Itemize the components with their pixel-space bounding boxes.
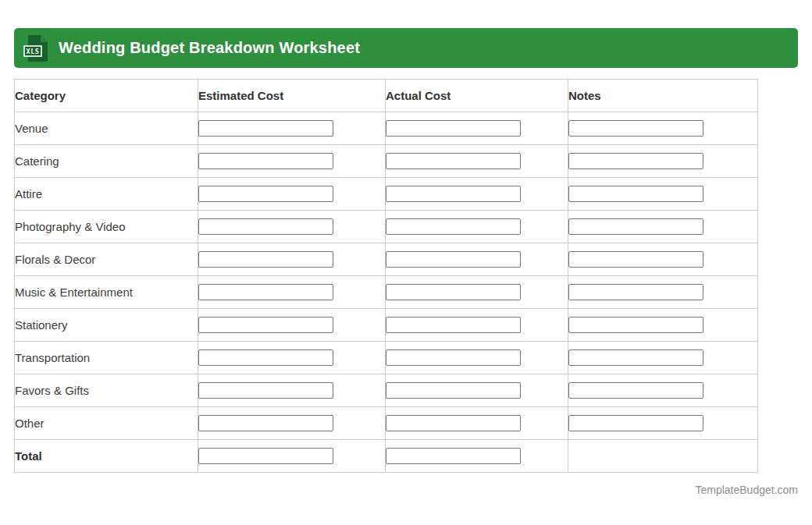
actual-cost-cell	[386, 407, 568, 440]
actual-cost-cell	[386, 178, 568, 211]
column-header-category: Category	[15, 80, 198, 112]
category-label: Attire	[15, 187, 42, 200]
actual-cost-cell	[386, 211, 568, 243]
category-cell: Music & Entertainment	[15, 276, 198, 309]
estimated-cost-cell	[198, 440, 386, 473]
column-header-actual-cost: Actual Cost	[386, 80, 568, 112]
category-cell: Favors & Gifts	[15, 374, 198, 407]
notes-cell	[568, 440, 758, 473]
category-label: Venue	[15, 122, 48, 135]
column-header-notes: Notes	[568, 80, 758, 112]
notes-input[interactable]	[568, 153, 703, 169]
notes-input[interactable]	[568, 415, 703, 431]
estimated-cost-input[interactable]	[198, 448, 333, 464]
budget-table: Category Estimated Cost Actual Cost Note…	[14, 79, 758, 473]
category-label: Favors & Gifts	[15, 384, 89, 397]
category-cell: Catering	[15, 145, 198, 178]
actual-cost-input[interactable]	[386, 153, 521, 169]
notes-cell	[568, 243, 758, 276]
notes-cell	[568, 407, 758, 440]
table-row: Total	[15, 440, 758, 473]
page: XLS Wedding Budget Breakdown Worksheet C…	[0, 0, 812, 496]
category-label: Catering	[15, 154, 59, 168]
actual-cost-input[interactable]	[386, 120, 521, 137]
column-header-estimated-cost: Estimated Cost	[198, 80, 386, 112]
notes-input[interactable]	[568, 120, 703, 137]
table-row: Catering	[15, 145, 758, 178]
header-bar: XLS Wedding Budget Breakdown Worksheet	[14, 28, 798, 68]
estimated-cost-input[interactable]	[198, 120, 333, 137]
category-cell: Venue	[15, 112, 198, 145]
notes-cell	[568, 178, 758, 211]
actual-cost-cell	[386, 440, 568, 473]
category-cell: Total	[15, 440, 198, 473]
footer-credit: TemplateBudget.com	[695, 484, 798, 496]
notes-cell	[568, 145, 758, 178]
estimated-cost-input[interactable]	[198, 186, 333, 202]
actual-cost-cell	[386, 112, 568, 145]
category-label: Music & Entertainment	[15, 286, 133, 299]
category-cell: Photography & Video	[15, 211, 198, 243]
actual-cost-input[interactable]	[386, 284, 521, 300]
estimated-cost-input[interactable]	[198, 153, 333, 169]
notes-cell	[568, 112, 758, 145]
estimated-cost-input[interactable]	[198, 415, 333, 431]
estimated-cost-cell	[198, 342, 386, 374]
actual-cost-cell	[386, 276, 568, 309]
estimated-cost-input[interactable]	[198, 382, 333, 399]
estimated-cost-input[interactable]	[198, 349, 333, 366]
table-row: Florals & Decor	[15, 243, 758, 276]
actual-cost-input[interactable]	[386, 349, 521, 366]
actual-cost-input[interactable]	[386, 218, 521, 235]
category-label: Photography & Video	[15, 220, 126, 233]
estimated-cost-input[interactable]	[198, 218, 333, 235]
xls-icon-fold	[41, 35, 48, 42]
actual-cost-input[interactable]	[386, 382, 521, 399]
actual-cost-cell	[386, 243, 568, 276]
notes-input[interactable]	[568, 284, 703, 300]
actual-cost-input[interactable]	[386, 415, 521, 431]
estimated-cost-input[interactable]	[198, 317, 333, 333]
category-label: Total	[15, 449, 42, 463]
notes-input[interactable]	[568, 218, 703, 235]
estimated-cost-cell	[198, 178, 386, 211]
actual-cost-input[interactable]	[386, 317, 521, 333]
actual-cost-input[interactable]	[386, 448, 521, 464]
estimated-cost-input[interactable]	[198, 251, 333, 268]
table-row: Photography & Video	[15, 211, 758, 243]
notes-input[interactable]	[568, 382, 703, 399]
category-cell: Florals & Decor	[15, 243, 198, 276]
category-label: Stationery	[15, 318, 68, 332]
notes-cell	[568, 211, 758, 243]
table-row: Venue	[15, 112, 758, 145]
notes-input[interactable]	[568, 349, 703, 366]
actual-cost-cell	[386, 342, 568, 374]
notes-input[interactable]	[568, 317, 703, 333]
table-row: Transportation	[15, 342, 758, 374]
actual-cost-input[interactable]	[386, 186, 521, 202]
notes-input[interactable]	[568, 186, 703, 202]
table-body: Venue Catering Attire	[15, 112, 758, 473]
estimated-cost-cell	[198, 243, 386, 276]
table-header-row: Category Estimated Cost Actual Cost Note…	[15, 80, 758, 112]
notes-input[interactable]	[568, 251, 703, 268]
actual-cost-cell	[386, 145, 568, 178]
actual-cost-cell	[386, 374, 568, 407]
table-row: Stationery	[15, 309, 758, 342]
estimated-cost-cell	[198, 211, 386, 243]
estimated-cost-cell	[198, 309, 386, 342]
actual-cost-cell	[386, 309, 568, 342]
estimated-cost-cell	[198, 407, 386, 440]
notes-cell	[568, 276, 758, 309]
table-row: Music & Entertainment	[15, 276, 758, 309]
actual-cost-input[interactable]	[386, 251, 521, 268]
estimated-cost-cell	[198, 374, 386, 407]
category-cell: Stationery	[15, 309, 198, 342]
estimated-cost-cell	[198, 276, 386, 309]
estimated-cost-input[interactable]	[198, 284, 333, 300]
category-cell: Attire	[15, 178, 198, 211]
category-label: Other	[15, 417, 45, 430]
notes-cell	[568, 342, 758, 374]
category-cell: Other	[15, 407, 198, 440]
estimated-cost-cell	[198, 145, 386, 178]
